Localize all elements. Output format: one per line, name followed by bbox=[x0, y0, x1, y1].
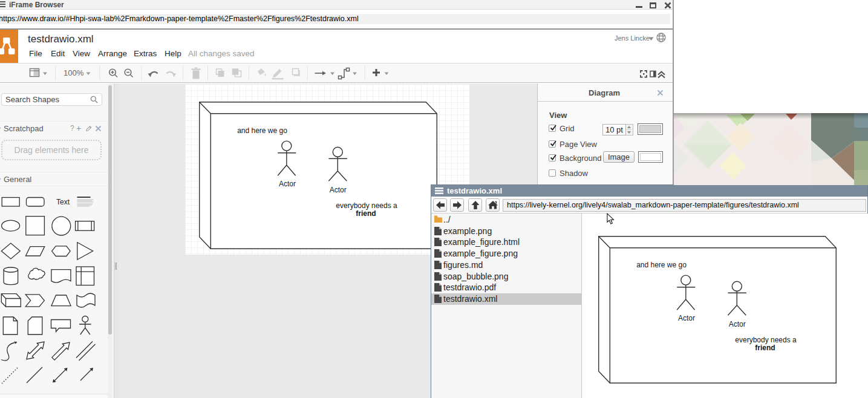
svg-text:Actor: Actor bbox=[279, 180, 296, 188]
svg-text:friend: friend bbox=[356, 209, 376, 218]
svg-text:Text: Text bbox=[56, 198, 70, 206]
svg-text:100%: 100% bbox=[64, 68, 84, 77]
svg-text:everybody needs a: everybody needs a bbox=[336, 201, 397, 210]
svg-text:Actor: Actor bbox=[330, 186, 347, 194]
svg-text:and here we go: and here we go bbox=[237, 126, 287, 135]
